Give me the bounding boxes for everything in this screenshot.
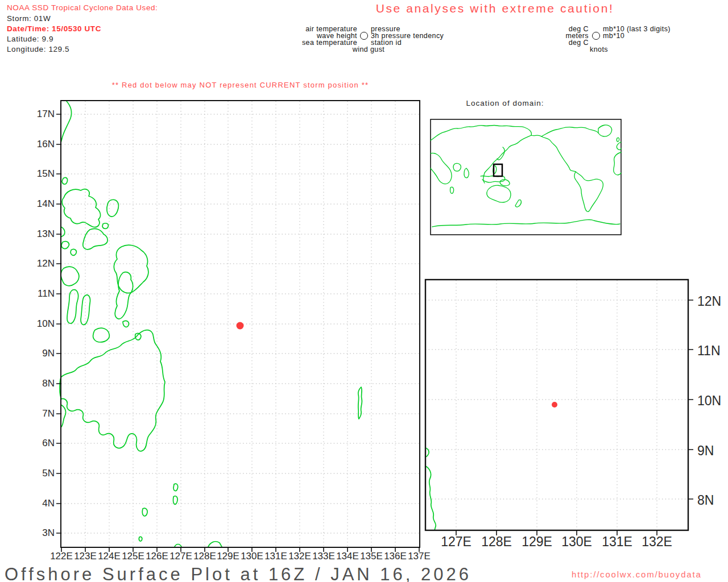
lat-tick-label: 16N	[28, 139, 55, 150]
coastline-north-america-west	[531, 135, 576, 172]
coastline-samar	[114, 245, 148, 293]
lat-tick-label: 14N	[28, 198, 55, 210]
coastline-europe-right-edge	[617, 142, 621, 150]
coastline-bottom-nub-1	[175, 544, 181, 547]
coastline-east-africa	[431, 153, 452, 184]
coastline-polillo-island	[62, 177, 68, 184]
storm-position-dot	[237, 322, 244, 330]
lat-tick-label: 10N	[28, 318, 55, 330]
header-source-line: NOAA SSD Tropical Cyclone Data Used:	[7, 3, 158, 13]
coastline-australia	[487, 185, 511, 202]
coastline-islet-south-3	[142, 508, 147, 516]
world-inset-coastlines	[431, 125, 621, 227]
coastline-islet-south-4	[139, 537, 142, 541]
lon-tick-label: 137E	[403, 551, 435, 562]
plot-title: Offshore Surface Plot at 16Z / JAN 16, 2…	[5, 564, 471, 582]
offshore-surface-plot-page: NOAA SSD Tropical Cyclone Data Used: Sto…	[0, 0, 728, 582]
station-circle-icon	[360, 32, 368, 40]
coastline-luzon-east	[61, 101, 72, 143]
coastline-madagascar	[450, 187, 454, 193]
coastline-left-nub	[61, 227, 65, 237]
lat-tick-label: 15N	[28, 168, 55, 180]
world-inset-border	[431, 119, 621, 235]
storm-position-warning: ** Red dot below may NOT represent CURRE…	[61, 81, 419, 90]
inset-title: Location of domain:	[448, 99, 562, 108]
coastline-north-america-north	[541, 127, 598, 136]
coastline-greenland	[598, 125, 612, 136]
coastline-zoom-mindanao-east	[425, 466, 436, 530]
station-circle-icon-units	[592, 32, 600, 40]
zoom-lon-tick-label: 132E	[637, 534, 677, 549]
legend-unit-knots: knots	[576, 45, 622, 53]
coastline-islet-south-2	[173, 496, 177, 505]
coastline-burias-1	[61, 242, 69, 249]
lat-tick-label: 4N	[28, 498, 55, 509]
coastline-panay	[61, 267, 79, 286]
zoom-lat-tick-label: 11N	[697, 343, 721, 358]
coastline-masbate	[83, 228, 107, 249]
coastline-africa-right-edge	[614, 152, 621, 175]
coastline-se-luzon	[62, 189, 100, 227]
lat-tick-label: 9N	[28, 348, 55, 359]
header-storm: Storm: 01W	[7, 14, 51, 23]
coastline-bottom-nub-2	[208, 542, 222, 547]
world-inset-map	[431, 119, 621, 235]
zoom-map-gridlines-horizontal	[425, 300, 688, 499]
zoom-lat-tick-label: 8N	[697, 493, 714, 508]
zoom-map	[425, 280, 693, 535]
coastline-india	[464, 168, 469, 178]
zoom-lat-tick-label: 10N	[697, 393, 721, 408]
coastline-negros	[67, 290, 78, 323]
header-latitude: Latitude: 9.9	[7, 35, 53, 44]
coastline-new-zealand	[515, 200, 521, 207]
legend-unit-mb10: mb*10	[603, 32, 624, 40]
zoom-map-ticks-right	[689, 300, 693, 499]
coastline-burias-2	[71, 250, 76, 256]
source-url-link[interactable]: http://coolwx.com/buoydata	[572, 569, 702, 579]
lat-tick-label: 6N	[28, 438, 55, 449]
storm-position-dot-zoom	[552, 402, 557, 408]
lat-tick-label: 7N	[28, 408, 55, 419]
coastline-uk	[617, 138, 619, 142]
lat-tick-label: 5N	[28, 468, 55, 479]
zoom-lon-tick-label: 127E	[436, 534, 476, 549]
coastline-south-america	[574, 172, 603, 211]
main-map	[56, 101, 420, 552]
zoom-lon-tick-label: 131E	[597, 534, 637, 549]
lat-tick-label: 8N	[28, 378, 55, 389]
coastline-mindanao	[60, 330, 165, 451]
zoom-lon-tick-label: 128E	[477, 534, 516, 549]
coastline-islet-south-1	[173, 484, 178, 491]
zoom-lon-tick-label: 129E	[517, 534, 557, 549]
coastline-new-guinea	[500, 180, 510, 186]
lat-tick-label: 11N	[28, 288, 55, 300]
main-map-ticks-left	[56, 114, 61, 533]
coastline-eurasia-north	[431, 125, 531, 140]
zoom-lat-tick-label: 12N	[697, 294, 721, 309]
coastline-zamboanga	[61, 405, 66, 427]
zoom-lon-tick-label: 130E	[557, 534, 597, 549]
coastline-catanduanes	[107, 199, 119, 217]
header-datetime: Date/Time: 15/0530 UTC	[7, 24, 101, 34]
lat-tick-label: 13N	[28, 228, 55, 240]
coastline-bohol	[93, 328, 110, 342]
lat-tick-label: 17N	[28, 109, 55, 120]
zoom-map-coastlines	[425, 448, 436, 530]
lat-tick-label: 3N	[28, 527, 55, 539]
coastline-antarctica	[432, 220, 620, 227]
coastline-arabia	[453, 163, 461, 171]
caution-banner: Use analyses with extreme caution!	[347, 2, 643, 15]
coastline-ticao-islet	[102, 223, 108, 228]
lat-tick-label: 12N	[28, 258, 55, 269]
legend-wind-gust: wind gust	[334, 45, 403, 53]
zoom-lat-tick-label: 9N	[697, 443, 714, 458]
header-longitude: Longitude: 129.5	[7, 45, 69, 54]
